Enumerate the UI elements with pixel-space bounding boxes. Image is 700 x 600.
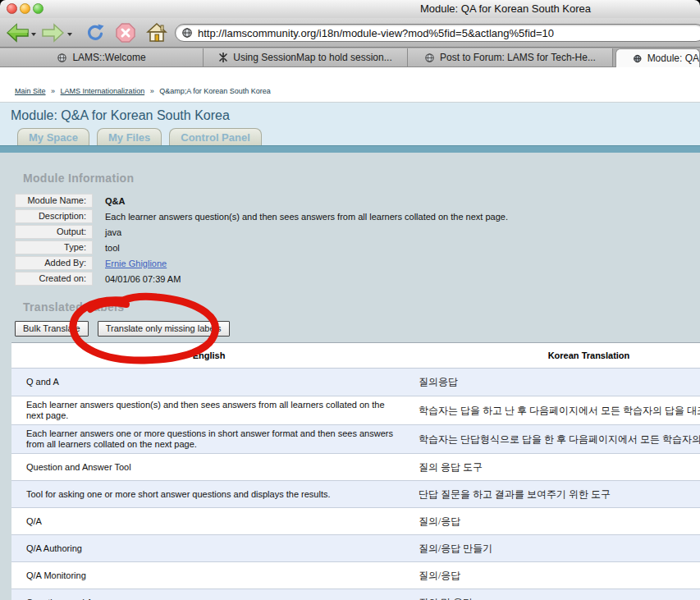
minimize-window-button[interactable] [20,3,30,14]
breadcrumb: Main Site » LAMS Internationalization » … [15,87,271,95]
type-value: tool [105,243,120,253]
browser-tab-label: LAMS::Welcome [72,52,145,63]
teal-divider-bar [0,145,700,153]
table-header-row: English Korean Translation [11,343,700,369]
table-row[interactable]: Each learner answers question(s) and the… [11,396,700,425]
breadcrumb-separator: » [51,87,55,95]
field-label: Added By: [15,256,93,270]
english-cell: Questions and Answers [11,598,406,600]
field-label: Type: [15,240,93,254]
table-row[interactable]: Q/A Monitoring 질의/응답 [11,562,700,589]
home-icon[interactable] [145,23,168,43]
browser-tab-post-forum[interactable]: Post to Forum: LAMS for Tech-He... [408,48,613,66]
stop-icon[interactable] [114,23,137,43]
korean-cell: 질의/응답 만들기 [406,542,700,556]
url-field[interactable]: http://lamscommunity.org/i18n/module-vie… [175,24,700,42]
english-cell: Each learner answers one or more questio… [11,428,406,450]
translate-buttons-row: Bulk Translate Translate only missing la… [15,321,239,337]
korean-cell: 질의 응답 도구 [406,460,700,474]
module-info-row: Created on: 04/01/06 07:39 AM [15,273,508,285]
module-name-value: Q&A [105,196,125,206]
close-window-button[interactable] [7,3,17,14]
field-label: Created on: [15,272,93,286]
breadcrumb-link-lams-i18n[interactable]: LAMS Internationalization [61,87,145,95]
field-label: Output: [15,225,93,239]
browser-tabstrip: LAMS::Welcome Using SessionMap to hold s… [0,48,700,67]
bulk-translate-button[interactable]: Bulk Translate [15,321,89,337]
table-row[interactable]: Tool for asking one or more short answer… [11,481,700,508]
table-row[interactable]: Q/A 질의/응답 [11,508,700,535]
tab-my-files[interactable]: My Files [97,128,162,145]
browser-tab-label: Using SessionMap to hold session... [233,52,391,63]
korean-cell: 질의/응답 [406,515,700,529]
module-info-row: Type: tool [15,241,508,254]
korean-cell: 질의응답 [406,375,700,389]
page-content: Module Information Module Name: Q&A Desc… [0,153,700,600]
module-info-row: Description: Each learner answers questi… [15,210,508,222]
field-label: Module Name: [15,194,93,208]
page-header-band: Module: Q&A for Korean South Korea My Sp… [0,102,700,145]
module-info-table: Module Name: Q&A Description: Each learn… [15,195,508,288]
english-column-header: English [11,350,406,360]
page-x-icon [218,53,228,62]
browser-tab-lams-welcome[interactable]: LAMS::Welcome [0,48,204,66]
breadcrumb-link-main-site[interactable]: Main Site [15,87,46,95]
browser-toolbar: http://lamscommunity.org/i18n/module-vie… [0,18,700,48]
tab-control-panel[interactable]: Control Panel [169,128,262,145]
table-row[interactable]: Q/A Authoring 질의/응답 만들기 [11,535,700,562]
page-title: Module: Q&A for Korean South Korea [11,108,230,123]
translated-labels-heading: Translated Labels [23,300,124,314]
module-information-heading: Module Information [23,172,134,185]
globe-icon [57,53,67,63]
table-row[interactable]: Question and Answer Tool 질의 응답 도구 [11,454,700,481]
korean-cell: 학습자는 답을 하고 난 후 다음페이지에서 모든 학습자의 답을 대조해 볼 … [406,404,700,418]
table-row[interactable]: Q and A 질의응답 [11,369,700,396]
module-info-row: Module Name: Q&A [15,195,508,207]
reload-icon[interactable] [84,23,107,43]
page-top-area: Main Site » LAMS Internationalization » … [0,67,700,102]
field-label: Description: [15,209,93,223]
globe-icon [633,53,643,64]
translation-table: English Korean Translation Q and A 질의응답 … [11,342,700,600]
tab-my-space[interactable]: My Space [17,128,89,145]
browser-tab-label: Post to Forum: LAMS for Tech-He... [440,52,596,63]
back-icon[interactable] [7,23,30,43]
english-cell: Q/A Monitoring [11,570,406,581]
browser-tab-label: Module: QA [647,53,699,64]
browser-window: Module: QA for Korean South Korea [0,0,700,600]
english-cell: Q and A [11,377,406,387]
globe-icon [424,53,435,63]
created-on-value: 04/01/06 07:39 AM [105,274,181,284]
forward-dropdown-icon[interactable] [67,33,72,36]
table-row[interactable]: Each learner answers one or more questio… [11,425,700,454]
english-cell: Each learner answers question(s) and the… [11,400,406,421]
output-value: java [105,227,121,237]
site-nav-tabs: My Space My Files Control Panel [17,128,269,145]
window-title: Module: QA for Korean South Korea [420,2,591,15]
site-icon [181,27,193,39]
forward-icon[interactable] [41,23,64,43]
translate-missing-labels-button[interactable]: Translate only missing labels [98,321,230,337]
english-cell: Tool for asking one or more short answer… [11,489,406,500]
url-text: http://lamscommunity.org/i18n/module-vie… [198,27,554,39]
table-row[interactable]: Questions and Answers 질의 및 응답 [11,589,700,600]
english-cell: Q/A Authoring [11,543,406,554]
browser-tab-sessionmap[interactable]: Using SessionMap to hold session... [204,48,408,66]
korean-column-header: Korean Translation [406,350,700,360]
window-titlebar[interactable]: Module: QA for Korean South Korea [0,0,700,19]
zoom-window-button[interactable] [33,3,43,14]
back-dropdown-icon[interactable] [31,33,36,36]
korean-cell: 질의/응답 [406,569,700,583]
module-info-row: Output: java [15,226,508,238]
breadcrumb-separator: » [150,87,154,95]
added-by-link[interactable]: Ernie Ghiglione [105,259,167,268]
english-cell: Q/A [11,516,406,527]
korean-cell: 단답 질문을 하고 결과를 보여주기 위한 도구 [406,488,700,502]
english-cell: Question and Answer Tool [11,462,406,473]
browser-tab-module-qa[interactable]: Module: QA [615,48,700,67]
breadcrumb-current: Q&amp;A for Korean South Korea [159,87,271,95]
description-value: Each learner answers question(s) and the… [105,212,508,222]
module-info-row: Added By: Ernie Ghiglione [15,257,508,269]
korean-cell: 질의 및 응답 [406,596,700,600]
korean-cell: 학습자는 단답형식으로 답을 한 후 다음페이지에서 모든 학습자의 답과 대조… [406,433,700,447]
